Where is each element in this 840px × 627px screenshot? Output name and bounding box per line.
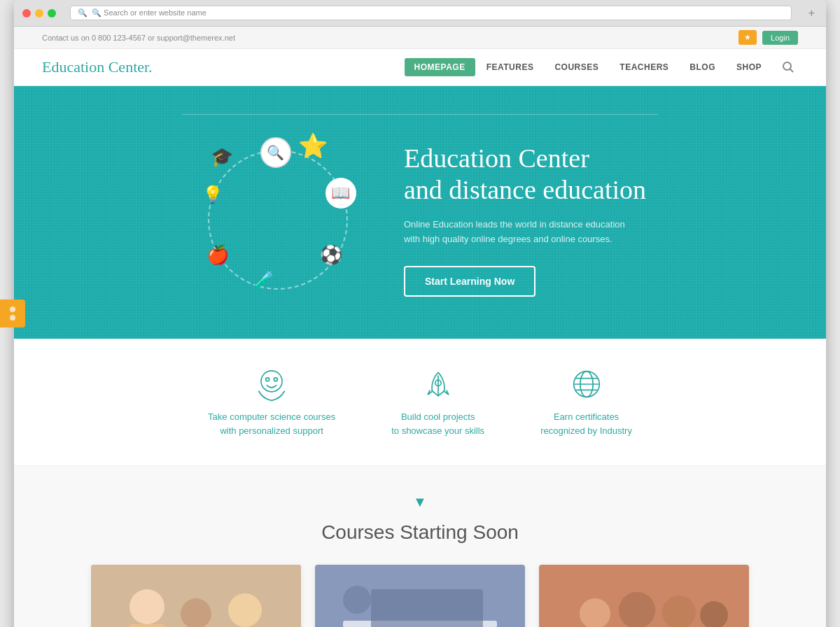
flask-icon: 🧪 — [248, 265, 279, 295]
section-divider-top: ▼ — [42, 494, 798, 510]
nav-courses[interactable]: COURSES — [545, 58, 608, 76]
nav-homepage[interactable]: HOMEPAGE — [405, 58, 475, 76]
chevron-down-icon: ▼ — [413, 494, 427, 510]
mortarboard-icon: 🎓 — [206, 141, 237, 172]
browser-window: 🔍 🔍 Search or enter website name + Conta… — [14, 0, 826, 627]
rocket-icon — [391, 367, 484, 402]
hero-text: Education Centerand distance education O… — [404, 143, 646, 297]
course-image-1 — [91, 565, 301, 627]
traffic-lights — [22, 9, 56, 17]
svg-point-22 — [343, 586, 371, 614]
svg-point-16 — [228, 593, 262, 627]
nav-features[interactable]: FEATURES — [477, 58, 544, 76]
course-card-1[interactable]: Principles of Written English, Part 2 La… — [91, 565, 301, 627]
svg-point-3 — [266, 378, 270, 381]
search-icon[interactable] — [778, 57, 798, 77]
course-image-3 — [539, 565, 749, 627]
side-widget[interactable] — [0, 300, 25, 327]
courses-grid: Principles of Written English, Part 2 La… — [42, 565, 798, 627]
widget-dot-2 — [10, 315, 15, 320]
globe-icon — [540, 367, 632, 402]
nav-shop[interactable]: SHOP — [727, 58, 771, 76]
hero-divider — [182, 114, 658, 115]
contact-text: Contact us on 0 800 123-4567 or support@… — [42, 34, 235, 42]
features-strip: Take computer science courses with perso… — [14, 339, 826, 466]
feature-item-1: Take computer science courses with perso… — [208, 367, 335, 437]
star-icon: ⭐ — [298, 130, 328, 161]
site-logo[interactable]: Education Center. — [42, 58, 153, 76]
feature-text-2: Build cool projects to showcase your ski… — [391, 410, 484, 437]
section-header: ▼ Courses Starting Soon — [42, 494, 798, 544]
feature-text-1: Take computer science courses with perso… — [208, 410, 335, 437]
hero-illustration: 🎓 🔍 ⭐ 📖 ⚽ 🧪 🍎 💡 — [194, 136, 362, 304]
favorites-button[interactable]: ★ — [738, 30, 757, 45]
feature-text-3: Earn certificates recognized by Industry — [540, 410, 632, 437]
course-image-2 — [315, 565, 525, 627]
svg-line-1 — [790, 69, 794, 73]
nav-blog[interactable]: BLOG — [680, 58, 725, 76]
start-learning-button[interactable]: Start Learning Now — [404, 266, 536, 297]
magnifier-icon: 🔍 — [260, 137, 291, 168]
contact-bar: Contact us on 0 800 123-4567 or support@… — [14, 27, 826, 49]
section-title: Courses Starting Soon — [42, 521, 798, 544]
apple-icon: 🍎 — [202, 239, 233, 270]
book-icon: 📖 — [326, 178, 356, 209]
svg-rect-23 — [371, 589, 483, 627]
soccer-icon: ⚽ — [316, 239, 346, 270]
feature-item-3: Earn certificates recognized by Industry — [540, 367, 632, 437]
svg-point-2 — [261, 371, 282, 392]
hero-section: 🎓 🔍 ⭐ 📖 ⚽ 🧪 🍎 💡 Education Centerand dist… — [14, 86, 826, 339]
navbar: Education Center. HOMEPAGE FEATURES COUR… — [14, 49, 826, 86]
search-icon: 🔍 — [78, 8, 88, 17]
nav-teachers[interactable]: TEACHERS — [610, 58, 678, 76]
svg-rect-13 — [130, 624, 164, 627]
svg-point-4 — [274, 378, 277, 381]
new-tab-button[interactable]: + — [806, 7, 818, 20]
course-card-3[interactable]: Evaluating Social Programs Social Free! — [539, 565, 749, 627]
close-button[interactable] — [22, 9, 31, 17]
hero-title: Education Centerand distance education — [404, 143, 646, 206]
feature-item-2: Build cool projects to showcase your ski… — [391, 367, 484, 437]
widget-dot-1 — [10, 307, 15, 312]
svg-point-34 — [619, 592, 655, 627]
bulb-icon: 💡 — [197, 179, 228, 210]
hero-content: 🎓 🔍 ⭐ 📖 ⚽ 🧪 🍎 💡 Education Centerand dist… — [42, 136, 798, 304]
address-text: 🔍 Search or enter website name — [92, 8, 206, 17]
svg-point-0 — [783, 62, 791, 70]
courses-section: ▼ Courses Starting Soon — [14, 466, 826, 627]
address-bar[interactable]: 🔍 🔍 Search or enter website name — [70, 6, 792, 20]
svg-point-12 — [130, 589, 164, 624]
hero-subtitle: Online Education leads the world in dist… — [404, 218, 642, 247]
course-card-2[interactable]: Entrepreneurship 101: Who is your custom… — [315, 565, 525, 627]
maximize-button[interactable] — [48, 9, 56, 17]
browser-titlebar: 🔍 🔍 Search or enter website name + — [14, 0, 826, 27]
face-icon — [208, 367, 335, 402]
nav-links: HOMEPAGE FEATURES COURSES TEACHERS BLOG … — [405, 57, 798, 77]
contact-bar-right: ★ Login — [738, 30, 798, 45]
minimize-button[interactable] — [35, 9, 43, 17]
login-button[interactable]: Login — [762, 31, 798, 45]
